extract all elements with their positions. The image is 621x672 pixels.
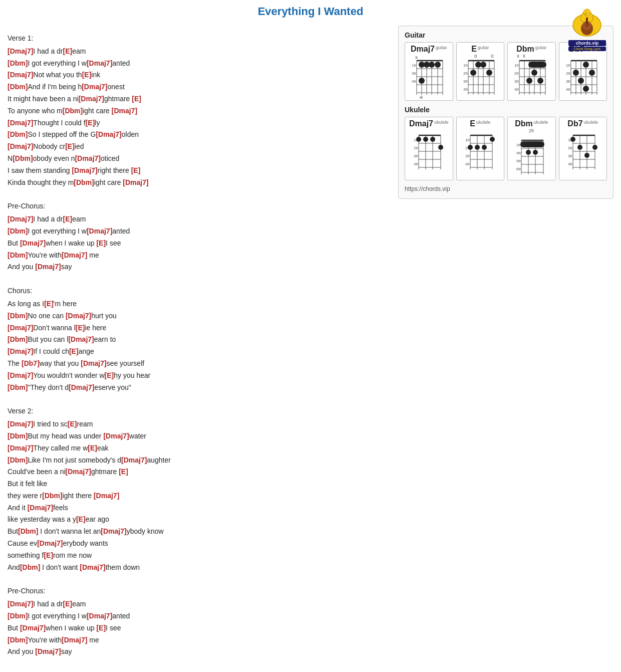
svg-point-69 (526, 78, 532, 84)
chord-dbm[interactable]: [Dbm] (8, 612, 28, 620)
chord-dbm[interactable]: [Dbm] (8, 130, 28, 138)
chord-dmaj7[interactable]: [Dmaj7] (66, 312, 91, 320)
chord-e[interactable]: [E] (76, 324, 85, 332)
svg-point-124 (490, 137, 495, 142)
chord-dmaj7[interactable]: [Dmaj7] (121, 456, 147, 464)
svg-point-22 (429, 62, 435, 68)
chord-dmaj7[interactable]: [Dmaj7] (72, 166, 97, 174)
chord-dbm[interactable]: [Dbm] (8, 59, 28, 67)
svg-point-140 (533, 150, 538, 155)
chord-db7-ukulele[interactable]: Db7ukulele 1fr 2fr 3fr 4fr (559, 117, 607, 180)
chord-dmaj7[interactable]: [Dmaj7] (8, 347, 33, 355)
chord-e[interactable]: [E] (63, 47, 73, 55)
chord-e[interactable]: [E] (105, 371, 114, 379)
chord-dmaj7[interactable]: [Dmaj7] (68, 335, 94, 343)
chord-dbm[interactable]: [Dbm] (8, 636, 28, 644)
chord-dmaj7[interactable]: [Dmaj7] (81, 359, 106, 367)
chord-e-guitar[interactable]: Eguitar o o (456, 42, 505, 101)
chord-dmaj7[interactable]: [Dmaj7] (62, 636, 87, 644)
chord-dbm[interactable]: [Dbm] (20, 563, 40, 571)
svg-text:4fr: 4fr (414, 162, 419, 166)
chord-dmaj7[interactable]: [Dmaj7] (79, 95, 104, 103)
chord-dmaj7[interactable]: [Dmaj7] (82, 83, 107, 91)
chord-dbm[interactable]: [Dbm] (8, 456, 28, 464)
chord-e[interactable]: [E] (96, 624, 106, 632)
chord-dbm[interactable]: [Dbm] (18, 527, 38, 535)
chord-dmaj7[interactable]: [Dmaj7] (62, 251, 87, 259)
chord-dmaj7[interactable]: [Dmaj7] (94, 492, 119, 500)
logo-icon: ♪ (568, 8, 606, 38)
chord-dmaj7[interactable]: [Dmaj7] (96, 130, 121, 138)
chord-dmaj7[interactable]: [Dmaj7] (87, 59, 112, 67)
chord-dbm[interactable]: [Dbm] (74, 178, 94, 186)
chord-dmaj7-ukulele[interactable]: Dmaj7ukulele 1fr 2fr 3fr 4fr (405, 117, 453, 180)
chord-dbm[interactable]: [Dbm] (8, 383, 28, 391)
chord-dmaj7[interactable]: [Dmaj7] (112, 107, 137, 115)
svg-point-89 (578, 78, 584, 84)
chord-e[interactable]: [E] (82, 71, 92, 79)
chord-dmaj7[interactable]: [Dmaj7] (20, 239, 46, 247)
chord-e-ukulele[interactable]: Eukulele 1fr 2fr 3fr 4fr (456, 117, 505, 180)
chord-e[interactable]: [E] (65, 142, 75, 150)
chord-dbm[interactable]: [Dbm] (8, 83, 28, 91)
chord-dmaj7[interactable]: [Dmaj7] (8, 71, 33, 79)
chord-dbm[interactable]: [Dbm] (8, 312, 28, 320)
chord-dmaj7[interactable]: [Dmaj7] (103, 432, 129, 440)
ukulele-chord-row: Dmaj7ukulele 1fr 2fr 3fr 4fr (405, 117, 607, 180)
chord-dmaj7[interactable]: [Dmaj7] (8, 420, 33, 428)
chord-dbm-ukulele[interactable]: Dbmukulele 2fr 2fr 4fr 5fr 6fr (507, 117, 556, 180)
chord-dmaj7[interactable]: [Dmaj7] (69, 383, 94, 391)
chord-dmaj7[interactable]: [Dmaj7] (101, 527, 126, 535)
chord-e[interactable]: [E] (69, 347, 79, 355)
chord-e[interactable]: [E] (88, 444, 97, 452)
chord-dbm-guitar[interactable]: Dbmguitar x x 1fr 2 (507, 42, 556, 101)
chord-dmaj7[interactable]: [Dmaj7] (35, 647, 61, 655)
chord-dmaj7[interactable]: [Dmaj7] (8, 47, 33, 55)
chord-dmaj7[interactable]: [Dmaj7] (8, 444, 33, 452)
svg-point-106 (430, 137, 435, 142)
chord-dmaj7[interactable]: [Dmaj7] (87, 227, 112, 235)
chord-e[interactable]: [E] (132, 95, 141, 103)
chord-dmaj7[interactable]: [Dmaj7] (8, 142, 33, 150)
chord-e[interactable]: [E] (76, 515, 86, 523)
chord-dmaj7[interactable]: [Dmaj7] (8, 371, 33, 379)
chord-dmaj7[interactable]: [Dmaj7] (123, 178, 148, 186)
chord-dbm[interactable]: [Dbm] (63, 107, 83, 115)
chord-e[interactable]: [E] (119, 468, 128, 476)
chord-e[interactable]: [E] (96, 239, 106, 247)
chord-dmaj7[interactable]: [Dmaj7] (28, 504, 53, 512)
chord-dbm[interactable]: [Dbm] (8, 227, 28, 235)
svg-text:2fr: 2fr (568, 146, 573, 150)
chord-dbm[interactable]: [Dbm] (8, 251, 28, 259)
chord-dmaj7[interactable]: [Dmaj7] (8, 215, 33, 223)
chord-dbm[interactable]: [Dbm] (8, 335, 28, 343)
chord-dmaj7[interactable]: [Dmaj7] (8, 600, 33, 608)
svg-text:2fr: 2fr (414, 146, 419, 150)
chord-dmaj7[interactable]: [Dmaj7] (8, 119, 33, 127)
chord-dmaj7[interactable]: [Dmaj7] (66, 468, 91, 476)
chord-e[interactable]: [E] (44, 551, 53, 559)
chord-dmaj7[interactable]: [Dmaj7] (8, 324, 33, 332)
chord-dmaj7[interactable]: [Dmaj7] (35, 263, 61, 271)
svg-text:3fr: 3fr (514, 79, 519, 84)
svg-text:x: x (523, 54, 525, 59)
chord-e[interactable]: [E] (44, 300, 54, 308)
chord-e[interactable]: [E] (131, 166, 141, 174)
chord-dmaj7[interactable]: [Dmaj7] (37, 539, 63, 547)
chord-dbm[interactable]: [Dbm] (8, 432, 28, 440)
chord-dmaj7[interactable]: [Dmaj7] (20, 624, 46, 632)
chord-e[interactable]: [E] (68, 420, 77, 428)
chord-dmaj7[interactable]: [Dmaj7] (80, 563, 105, 571)
svg-rect-138 (520, 141, 544, 147)
chord-dbm[interactable]: [Dbm] (42, 492, 62, 500)
chord-e[interactable]: [E] (63, 600, 73, 608)
chord-dmaj7[interactable]: [Dmaj7] (75, 154, 101, 162)
chord-db7[interactable]: [Db7] (22, 359, 40, 367)
chord-e[interactable]: [E] (63, 215, 73, 223)
chord-dmaj7[interactable]: [Dmaj7] (87, 612, 112, 620)
chord-dmaj7-guitar[interactable]: Dmaj7guitar 1fr (405, 42, 453, 101)
chord-e[interactable]: [E] (86, 119, 95, 127)
lyric-line: [Dbm]You're with[Dmaj7] me (8, 634, 388, 646)
chord-dbm[interactable]: [Dbm] (13, 154, 33, 162)
lyric-line: But [Dmaj7]when I wake up [E]I see (8, 622, 388, 634)
